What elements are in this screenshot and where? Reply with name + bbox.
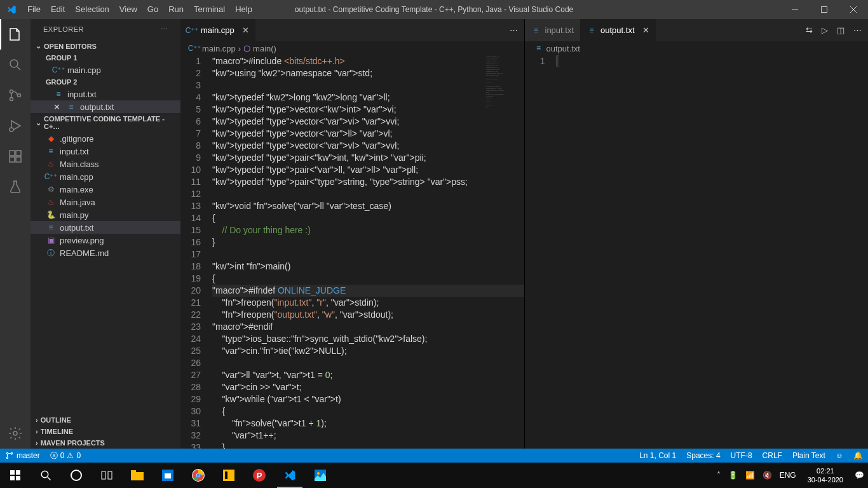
eol[interactable]: CRLF (757, 451, 787, 460)
file-item[interactable]: ◆.gitignore (31, 132, 180, 145)
split-icon[interactable]: ◫ (837, 25, 844, 35)
svg-line-5 (17, 67, 20, 70)
more-icon[interactable]: ⋯ (853, 25, 862, 35)
more-icon[interactable]: ⋯ (161, 25, 168, 34)
menu-terminal[interactable]: Terminal (189, 0, 230, 19)
git-branch[interactable]: master (0, 451, 45, 460)
settings-gear-icon[interactable] (0, 418, 31, 449)
file-item[interactable]: ♨Main.java (31, 196, 180, 208)
menu-file[interactable]: File (22, 0, 46, 19)
more-icon[interactable]: ⋯ (510, 25, 518, 35)
start-button[interactable] (0, 463, 31, 488)
close-icon[interactable]: ✕ (242, 25, 249, 35)
breadcrumbs[interactable]: C⁺⁺ main.cpp › ⬡ main() (180, 41, 524, 55)
menu-bar: File Edit Selection View Go Run Terminal… (22, 0, 257, 19)
feedback-icon[interactable]: ☺ (831, 451, 848, 460)
language-mode[interactable]: Plain Text (787, 451, 831, 460)
menu-go[interactable]: Go (142, 0, 163, 19)
run-icon[interactable]: ▷ (822, 25, 828, 35)
vscode-taskbar-icon[interactable] (275, 463, 305, 488)
photos-icon[interactable] (305, 463, 336, 488)
file-icon: ≡ (531, 25, 541, 36)
svg-line-23 (48, 477, 51, 480)
testing-icon[interactable] (0, 172, 31, 202)
editor-group-1: C⁺⁺ main.cpp ✕ ⋯ C⁺⁺ main.cpp › ⬡ main()… (180, 19, 525, 449)
maximize-button[interactable] (810, 0, 839, 19)
open-editor-item[interactable]: ✕≡output.txt (31, 100, 180, 113)
sidebar: EXPLORER ⋯ ⌄OPEN EDITORS GROUP 1 C⁺⁺main… (31, 19, 180, 449)
cursor-position[interactable]: Ln 1, Col 1 (634, 451, 681, 460)
indentation[interactable]: Spaces: 4 (681, 451, 725, 460)
file-item[interactable]: ≡output.txt (31, 221, 180, 234)
code-content[interactable]: "macro">#include <bits/stdc++.h>"kw">usi… (212, 55, 524, 449)
project-section[interactable]: ⌄COMPETITIVE CODING TEMPLATE - C+… (31, 113, 180, 132)
volume-icon[interactable]: 🔇 (759, 471, 776, 480)
menu-run[interactable]: Run (163, 0, 189, 19)
file-explorer-icon[interactable] (122, 463, 153, 488)
svg-rect-18 (10, 470, 15, 475)
clock[interactable]: 02:2130-04-2020 (800, 466, 851, 484)
open-editor-item[interactable]: C⁺⁺main.cpp (31, 64, 180, 76)
open-editors-section[interactable]: ⌄OPEN EDITORS (31, 40, 180, 52)
file-item[interactable]: ⓘREADME.md (31, 247, 180, 259)
open-editor-item[interactable]: ≡input.txt (31, 88, 180, 100)
encoding[interactable]: UTF-8 (726, 451, 757, 460)
svg-point-8 (18, 94, 21, 97)
file-item[interactable]: ▣preview.png (31, 234, 180, 247)
line-numbers: 1 (525, 55, 557, 449)
file-icon: ≡ (66, 102, 76, 112)
minimize-button[interactable] (780, 0, 810, 19)
tab-main-cpp[interactable]: C⁺⁺ main.cpp ✕ (180, 19, 255, 41)
file-icon: ≡ (46, 146, 56, 156)
cortana-icon[interactable] (61, 463, 92, 488)
explorer-icon[interactable] (0, 19, 31, 50)
cpp-icon: C⁺⁺ (189, 43, 200, 53)
language-indicator[interactable]: ENG (776, 471, 800, 480)
file-item[interactable]: ≡input.txt (31, 145, 180, 158)
svg-point-14 (13, 431, 17, 435)
minimap[interactable]: #include <bits/stdc++.h>using namespace … (486, 55, 518, 151)
menu-selection[interactable]: Selection (70, 0, 114, 19)
extensions-icon[interactable] (0, 141, 31, 172)
task-view-icon[interactable] (92, 463, 122, 488)
search-icon[interactable] (0, 50, 31, 80)
maven-section[interactable]: ›MAVEN PROJECTS (31, 437, 180, 449)
file-icon: ≡ (534, 43, 544, 53)
notifications-icon[interactable]: 💬 (851, 471, 868, 480)
error-icon: ⓧ (50, 451, 58, 461)
store-icon[interactable] (153, 463, 183, 488)
code-editor[interactable]: 1234567891011121314151617181920212223242… (180, 55, 524, 449)
tab-output-txt[interactable]: ≡ output.txt ✕ (580, 19, 655, 41)
code-editor[interactable]: 1 (525, 55, 869, 449)
file-item[interactable]: C⁺⁺main.cpp (31, 170, 180, 183)
close-button[interactable] (839, 0, 868, 19)
close-icon[interactable]: ✕ (53, 102, 62, 112)
menu-view[interactable]: View (114, 0, 142, 19)
code-content[interactable] (557, 55, 869, 449)
breadcrumbs[interactable]: ≡ output.txt (525, 41, 869, 55)
show-hidden-icons[interactable]: ˄ (713, 471, 724, 480)
close-icon[interactable]: ✕ (642, 25, 649, 35)
run-debug-icon[interactable] (0, 111, 31, 141)
compare-icon[interactable]: ⇆ (806, 25, 813, 35)
problems[interactable]: ⓧ0 ⚠0 (45, 451, 86, 461)
search-icon[interactable] (31, 463, 61, 488)
cpp-icon: C⁺⁺ (46, 172, 56, 182)
timeline-section[interactable]: ›TIMELINE (31, 426, 180, 437)
file-item[interactable]: ♨Main.class (31, 158, 180, 170)
outline-section[interactable]: ›OUTLINE (31, 414, 180, 426)
file-item[interactable]: ⚙main.exe (31, 183, 180, 196)
bell-icon[interactable]: 🔔 (848, 451, 868, 460)
svg-rect-12 (16, 157, 21, 162)
battery-icon[interactable]: 🔋 (724, 471, 742, 480)
tab-input-txt[interactable]: ≡ input.txt (525, 19, 581, 41)
menu-edit[interactable]: Edit (46, 0, 70, 19)
app-icon[interactable]: P (244, 463, 275, 488)
source-control-icon[interactable] (0, 80, 31, 111)
menu-help[interactable]: Help (230, 0, 257, 19)
svg-rect-1 (822, 7, 827, 13)
wifi-icon[interactable]: 📶 (742, 471, 759, 480)
chrome-icon[interactable] (183, 463, 214, 488)
file-item[interactable]: 🐍main.py (31, 208, 180, 221)
app-icon[interactable] (214, 463, 244, 488)
